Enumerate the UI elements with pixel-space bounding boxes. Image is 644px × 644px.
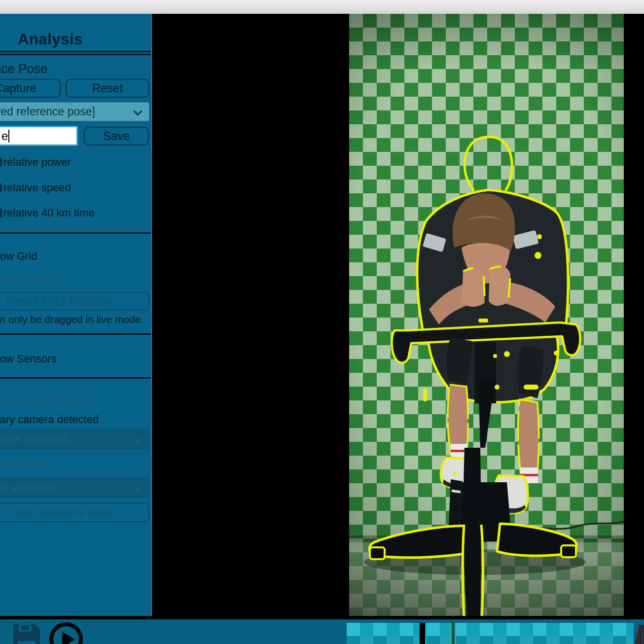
reset-button[interactable]: Reset: [66, 79, 149, 98]
chevron-down-icon: [133, 482, 142, 491]
divider: [0, 54, 151, 55]
timeline-shade: [347, 636, 634, 644]
relative-speed-label: relative speed: [3, 181, 71, 194]
grid-drag-hint: Grid can only be dragged in live mode: [0, 314, 141, 325]
window-title-bar: [0, 0, 644, 14]
right-fist: [489, 267, 510, 306]
pose-name-input[interactable]: e: [0, 126, 78, 146]
reference-pose-section-label: Reference Pose: [0, 61, 47, 76]
divider: [0, 377, 151, 379]
save-icon[interactable]: [12, 622, 41, 644]
play-icon: [62, 632, 75, 644]
playback-toolbar: [0, 619, 644, 644]
save-button[interactable]: Save: [84, 127, 149, 145]
timeline-thumbnail-fork: [450, 623, 457, 644]
left-fist: [462, 268, 485, 307]
bike-fork: [478, 380, 495, 448]
mirror-video-label: Mirror video: [0, 459, 47, 471]
show-second-camera-label: Show second camera: [0, 394, 91, 407]
reference-head-outline: [465, 137, 512, 190]
relative-power-label: relative power: [3, 156, 71, 169]
app-window: { "sidebar": { "title": "Analysis", "ref…: [0, 0, 644, 644]
pose-select-dropdown[interactable]: [no pose selected]: [0, 477, 149, 498]
trainer-right-foot: [561, 545, 576, 557]
sidebar-title: Analysis: [0, 31, 131, 48]
text-cursor: [8, 130, 9, 143]
clear-reference-pose-button[interactable]: Clear reference pose: [0, 502, 149, 522]
capture-button[interactable]: Capture: [0, 79, 61, 98]
divider: [0, 333, 151, 335]
chevron-down-icon: [133, 433, 142, 442]
play-button[interactable]: [49, 622, 83, 644]
analysis-sidebar: Analysis Reference Pose Capture Reset [n…: [0, 14, 152, 616]
timeline-scrubber[interactable]: [347, 623, 634, 644]
timeline-end-stripes: [634, 625, 644, 644]
divider: [0, 232, 151, 234]
wheel-outline-left: [463, 525, 464, 618]
checkbox-relative-speed[interactable]: [0, 183, 2, 192]
secondary-camera-status: Secondary camera detected: [0, 413, 99, 426]
more-bottom-label: more bottom: [0, 274, 62, 287]
camera-select-dropdown[interactable]: [no camera selected]: [0, 429, 149, 449]
reset-grid-position-button[interactable]: Reset Grid Position: [0, 292, 149, 311]
show-sensors-label[interactable]: Show Sensors: [0, 353, 57, 365]
video-canvas[interactable]: [349, 14, 624, 618]
show-grid-label[interactable]: Show Grid: [0, 250, 37, 263]
cyclist-pose-overlay: [349, 14, 624, 618]
divider: [0, 51, 151, 52]
bottom-bar: [0, 616, 644, 644]
checkbox-relative-power[interactable]: [0, 158, 2, 167]
trainer-left-foot: [370, 547, 385, 559]
front-wheel: [464, 448, 481, 618]
chevron-down-icon: [133, 107, 142, 115]
relative-40km-label: relative 40 km time: [3, 207, 95, 219]
saved-pose-dropdown[interactable]: [no saved reference pose]: [0, 102, 149, 121]
timeline-playhead[interactable]: [420, 623, 425, 644]
checkbox-relative-40km[interactable]: [0, 209, 2, 217]
